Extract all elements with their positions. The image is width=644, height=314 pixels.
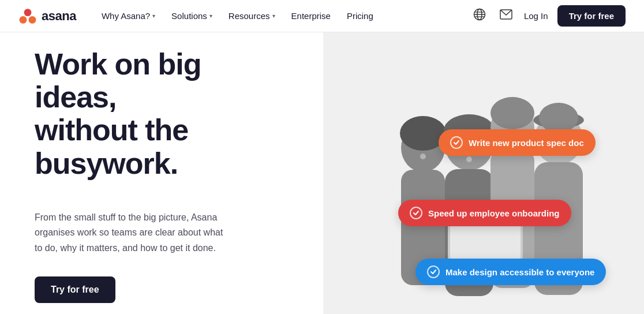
svg-point-26 bbox=[420, 154, 426, 159]
navigation: asana Why Asana? ▾ Solutions ▾ Resources… bbox=[0, 0, 644, 32]
nav-link-enterprise[interactable]: Enterprise bbox=[284, 8, 338, 24]
mail-icon[interactable] bbox=[497, 7, 515, 25]
hero-right-panel: Write new product spec doc Speed up empl… bbox=[323, 32, 644, 314]
svg-point-1 bbox=[20, 16, 27, 24]
badge-design: Make design accessible to everyone bbox=[415, 259, 606, 285]
badge-onboarding: Speed up employee onboarding bbox=[398, 200, 571, 226]
nav-link-pricing[interactable]: Pricing bbox=[340, 8, 380, 24]
logo[interactable]: asana bbox=[18, 7, 76, 25]
svg-point-25 bbox=[466, 156, 472, 162]
hero-title: Work on big ideas, without the busywork. bbox=[35, 48, 289, 180]
svg-point-2 bbox=[29, 16, 36, 24]
svg-point-17 bbox=[491, 97, 534, 129]
svg-point-21 bbox=[539, 103, 578, 133]
nav-links: Why Asana? ▾ Solutions ▾ Resources ▾ Ent… bbox=[95, 8, 471, 24]
hero-description: From the small stuff to the big picture,… bbox=[35, 210, 231, 256]
svg-point-0 bbox=[24, 9, 32, 16]
hero-try-free-button[interactable]: Try for free bbox=[35, 276, 115, 303]
nav-right: Log In Try for free bbox=[471, 5, 626, 27]
chevron-down-icon: ▾ bbox=[272, 13, 275, 19]
login-link[interactable]: Log In bbox=[524, 11, 548, 21]
chevron-down-icon: ▾ bbox=[209, 13, 212, 19]
nav-link-solutions[interactable]: Solutions ▾ bbox=[164, 8, 219, 24]
nav-try-free-button[interactable]: Try for free bbox=[557, 5, 626, 27]
main-content: Work on big ideas, without the busywork.… bbox=[0, 32, 644, 314]
logo-text: asana bbox=[42, 9, 76, 24]
language-selector[interactable] bbox=[471, 6, 488, 26]
nav-link-resources[interactable]: Resources ▾ bbox=[222, 8, 282, 24]
hero-left-panel: Work on big ideas, without the busywork.… bbox=[0, 32, 323, 314]
check-icon bbox=[410, 207, 422, 219]
check-icon bbox=[427, 266, 440, 278]
nav-link-why-asana[interactable]: Why Asana? ▾ bbox=[95, 8, 162, 24]
chevron-down-icon: ▾ bbox=[152, 13, 155, 19]
badge-product-spec: Write new product spec doc bbox=[439, 129, 596, 156]
check-icon bbox=[450, 136, 463, 149]
